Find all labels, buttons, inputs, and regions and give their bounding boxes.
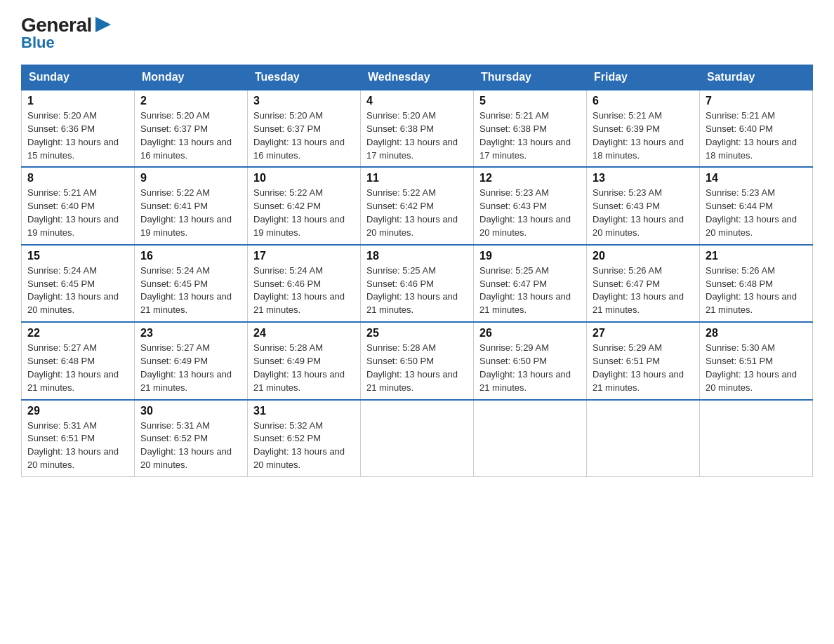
day-number: 9	[140, 172, 241, 185]
day-info: Sunrise: 5:24 AMSunset: 6:45 PMDaylight:…	[140, 264, 241, 317]
day-number: 27	[593, 327, 694, 340]
day-number: 7	[706, 95, 807, 107]
day-info: Sunrise: 5:20 AMSunset: 6:36 PMDaylight:…	[27, 109, 128, 162]
svg-marker-0	[95, 17, 111, 32]
calendar-cell: 5Sunrise: 5:21 AMSunset: 6:38 PMDaylight…	[474, 90, 587, 167]
calendar-cell: 12Sunrise: 5:23 AMSunset: 6:43 PMDayligh…	[474, 167, 587, 244]
weekday-header-monday: Monday	[135, 65, 248, 90]
day-info: Sunrise: 5:22 AMSunset: 6:42 PMDaylight:…	[366, 187, 468, 239]
calendar-cell: 8Sunrise: 5:21 AMSunset: 6:40 PMDaylight…	[22, 167, 135, 244]
header: General Blue	[21, 14, 813, 52]
day-info: Sunrise: 5:29 AMSunset: 6:50 PMDaylight:…	[479, 342, 581, 394]
day-info: Sunrise: 5:21 AMSunset: 6:39 PMDaylight:…	[593, 109, 694, 162]
weekday-header-wednesday: Wednesday	[361, 65, 474, 90]
day-info: Sunrise: 5:20 AMSunset: 6:37 PMDaylight:…	[140, 109, 241, 162]
day-number: 4	[366, 95, 468, 107]
day-number: 2	[140, 95, 241, 107]
day-number: 23	[140, 327, 241, 340]
calendar-cell: 26Sunrise: 5:29 AMSunset: 6:50 PMDayligh…	[474, 322, 587, 399]
day-info: Sunrise: 5:23 AMSunset: 6:44 PMDaylight:…	[706, 187, 807, 239]
calendar-cell: 24Sunrise: 5:28 AMSunset: 6:49 PMDayligh…	[248, 322, 361, 399]
calendar-cell: 7Sunrise: 5:21 AMSunset: 6:40 PMDaylight…	[700, 90, 813, 167]
day-number: 13	[593, 172, 694, 185]
calendar-cell: 29Sunrise: 5:31 AMSunset: 6:51 PMDayligh…	[22, 400, 135, 477]
day-info: Sunrise: 5:24 AMSunset: 6:45 PMDaylight:…	[27, 264, 128, 317]
calendar-week-row: 1Sunrise: 5:20 AMSunset: 6:36 PMDaylight…	[22, 90, 813, 167]
calendar-cell: 23Sunrise: 5:27 AMSunset: 6:49 PMDayligh…	[135, 322, 248, 399]
day-number: 19	[479, 250, 581, 262]
day-info: Sunrise: 5:28 AMSunset: 6:49 PMDaylight:…	[253, 342, 355, 394]
day-number: 10	[253, 172, 355, 185]
calendar-cell: 27Sunrise: 5:29 AMSunset: 6:51 PMDayligh…	[587, 322, 700, 399]
weekday-header-tuesday: Tuesday	[248, 65, 361, 90]
calendar-cell: 13Sunrise: 5:23 AMSunset: 6:43 PMDayligh…	[587, 167, 700, 244]
day-info: Sunrise: 5:27 AMSunset: 6:48 PMDaylight:…	[27, 342, 128, 394]
calendar-cell	[474, 400, 587, 477]
calendar-cell: 6Sunrise: 5:21 AMSunset: 6:39 PMDaylight…	[587, 90, 700, 167]
logo: General Blue	[21, 14, 111, 52]
day-number: 29	[27, 405, 128, 417]
calendar-cell: 15Sunrise: 5:24 AMSunset: 6:45 PMDayligh…	[22, 245, 135, 322]
day-number: 25	[366, 327, 468, 340]
calendar-table: SundayMondayTuesdayWednesdayThursdayFrid…	[21, 65, 813, 477]
day-info: Sunrise: 5:20 AMSunset: 6:38 PMDaylight:…	[366, 109, 468, 162]
day-info: Sunrise: 5:30 AMSunset: 6:51 PMDaylight:…	[706, 342, 807, 394]
weekday-header-thursday: Thursday	[474, 65, 587, 90]
calendar-cell: 1Sunrise: 5:20 AMSunset: 6:36 PMDaylight…	[22, 90, 135, 167]
day-number: 24	[253, 327, 355, 340]
day-number: 20	[593, 250, 694, 262]
day-info: Sunrise: 5:23 AMSunset: 6:43 PMDaylight:…	[479, 187, 581, 239]
day-info: Sunrise: 5:20 AMSunset: 6:37 PMDaylight:…	[253, 109, 355, 162]
day-number: 31	[253, 405, 355, 417]
calendar-cell: 17Sunrise: 5:24 AMSunset: 6:46 PMDayligh…	[248, 245, 361, 322]
calendar-cell: 14Sunrise: 5:23 AMSunset: 6:44 PMDayligh…	[700, 167, 813, 244]
calendar-cell: 4Sunrise: 5:20 AMSunset: 6:38 PMDaylight…	[361, 90, 474, 167]
day-number: 26	[479, 327, 581, 340]
calendar-cell	[361, 400, 474, 477]
calendar-cell: 16Sunrise: 5:24 AMSunset: 6:45 PMDayligh…	[135, 245, 248, 322]
day-number: 3	[253, 95, 355, 107]
calendar-week-row: 15Sunrise: 5:24 AMSunset: 6:45 PMDayligh…	[22, 245, 813, 322]
day-number: 30	[140, 405, 241, 417]
day-info: Sunrise: 5:25 AMSunset: 6:47 PMDaylight:…	[479, 264, 581, 317]
calendar-cell: 18Sunrise: 5:25 AMSunset: 6:46 PMDayligh…	[361, 245, 474, 322]
day-info: Sunrise: 5:25 AMSunset: 6:46 PMDaylight:…	[366, 264, 468, 317]
day-number: 21	[706, 250, 807, 262]
weekday-header-saturday: Saturday	[700, 65, 813, 90]
day-info: Sunrise: 5:26 AMSunset: 6:48 PMDaylight:…	[706, 264, 807, 317]
calendar-cell: 9Sunrise: 5:22 AMSunset: 6:41 PMDaylight…	[135, 167, 248, 244]
day-info: Sunrise: 5:32 AMSunset: 6:52 PMDaylight:…	[253, 420, 355, 472]
day-info: Sunrise: 5:24 AMSunset: 6:46 PMDaylight:…	[253, 264, 355, 317]
calendar-cell: 21Sunrise: 5:26 AMSunset: 6:48 PMDayligh…	[700, 245, 813, 322]
day-number: 8	[27, 172, 128, 185]
day-info: Sunrise: 5:26 AMSunset: 6:47 PMDaylight:…	[593, 264, 694, 317]
day-number: 15	[27, 250, 128, 262]
day-number: 6	[593, 95, 694, 107]
calendar-week-row: 8Sunrise: 5:21 AMSunset: 6:40 PMDaylight…	[22, 167, 813, 244]
calendar-cell: 25Sunrise: 5:28 AMSunset: 6:50 PMDayligh…	[361, 322, 474, 399]
logo-triangle-icon	[95, 17, 111, 32]
day-info: Sunrise: 5:27 AMSunset: 6:49 PMDaylight:…	[140, 342, 241, 394]
day-info: Sunrise: 5:28 AMSunset: 6:50 PMDaylight:…	[366, 342, 468, 394]
calendar-week-row: 22Sunrise: 5:27 AMSunset: 6:48 PMDayligh…	[22, 322, 813, 399]
calendar-cell: 22Sunrise: 5:27 AMSunset: 6:48 PMDayligh…	[22, 322, 135, 399]
day-number: 16	[140, 250, 241, 262]
day-info: Sunrise: 5:31 AMSunset: 6:51 PMDaylight:…	[27, 420, 128, 472]
calendar-cell: 28Sunrise: 5:30 AMSunset: 6:51 PMDayligh…	[700, 322, 813, 399]
calendar-cell: 3Sunrise: 5:20 AMSunset: 6:37 PMDaylight…	[248, 90, 361, 167]
day-info: Sunrise: 5:29 AMSunset: 6:51 PMDaylight:…	[593, 342, 694, 394]
day-number: 5	[479, 95, 581, 107]
calendar-cell: 11Sunrise: 5:22 AMSunset: 6:42 PMDayligh…	[361, 167, 474, 244]
day-number: 28	[706, 327, 807, 340]
calendar-cell: 19Sunrise: 5:25 AMSunset: 6:47 PMDayligh…	[474, 245, 587, 322]
calendar-week-row: 29Sunrise: 5:31 AMSunset: 6:51 PMDayligh…	[22, 400, 813, 477]
calendar-cell	[700, 400, 813, 477]
day-info: Sunrise: 5:21 AMSunset: 6:40 PMDaylight:…	[27, 187, 128, 239]
day-info: Sunrise: 5:22 AMSunset: 6:42 PMDaylight:…	[253, 187, 355, 239]
calendar-cell	[587, 400, 700, 477]
day-info: Sunrise: 5:21 AMSunset: 6:40 PMDaylight:…	[706, 109, 807, 162]
calendar-cell: 20Sunrise: 5:26 AMSunset: 6:47 PMDayligh…	[587, 245, 700, 322]
calendar-cell: 2Sunrise: 5:20 AMSunset: 6:37 PMDaylight…	[135, 90, 248, 167]
day-number: 12	[479, 172, 581, 185]
weekday-header-friday: Friday	[587, 65, 700, 90]
